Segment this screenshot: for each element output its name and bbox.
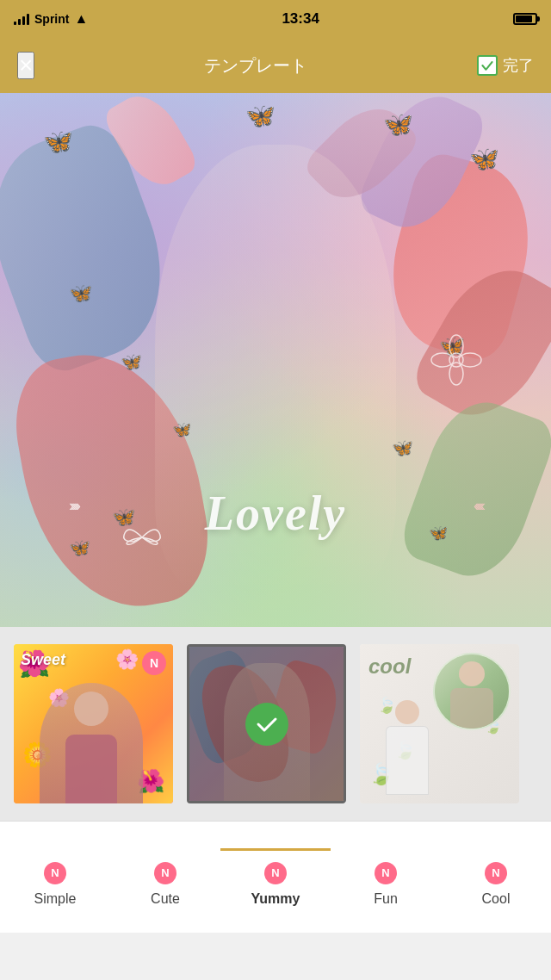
butterfly-9: 🦋 bbox=[392, 437, 413, 458]
done-checkbox bbox=[477, 55, 498, 76]
butterfly-4: 🦋 bbox=[245, 102, 276, 130]
template-thumb-cool[interactable]: 🍃 🍃 🍃 🍃 cool bbox=[360, 644, 519, 803]
butterfly-5: 🦋 bbox=[69, 282, 92, 305]
butterfly-6: 🦋 bbox=[121, 351, 142, 372]
tab-simple-label: Simple bbox=[34, 891, 77, 907]
tab-cool-badge: N bbox=[485, 862, 507, 884]
tab-bar: N Simple N Cute N Yummy N Fun N Cool bbox=[0, 821, 551, 933]
svg-point-0 bbox=[449, 335, 463, 357]
svg-point-1 bbox=[449, 363, 463, 385]
thumb-sweet-label: Sweet bbox=[21, 651, 65, 669]
thumb-sweet-bg: 🌺 🌸 🌼 🌺 🌸 Sweet N bbox=[14, 644, 173, 803]
svg-point-3 bbox=[459, 353, 481, 367]
butterfly-2: 🦋 bbox=[383, 110, 413, 139]
done-button[interactable]: 完了 bbox=[477, 55, 534, 76]
tab-cute[interactable]: N Cute bbox=[110, 848, 220, 907]
template-thumb-sweet[interactable]: 🌺 🌸 🌼 🌺 🌸 Sweet N bbox=[14, 644, 173, 803]
signal-icon bbox=[14, 13, 29, 25]
tab-fun-label: Fun bbox=[374, 891, 398, 907]
butterfly-3: 🦋 bbox=[469, 145, 499, 173]
thumb-lovely-bg bbox=[189, 647, 344, 801]
butterfly-8: 🦋 bbox=[172, 420, 191, 439]
nav-bar: × テンプレート 完了 bbox=[0, 38, 551, 93]
tab-yummy[interactable]: N Yummy bbox=[220, 848, 331, 907]
close-button[interactable]: × bbox=[17, 52, 34, 79]
thumb-cool-portrait bbox=[433, 653, 511, 730]
butterfly-11: 🦋 bbox=[429, 524, 448, 543]
thumb-selected-check bbox=[245, 703, 288, 746]
tab-cool-label: Cool bbox=[482, 891, 511, 907]
status-left: Sprint ▲ bbox=[14, 11, 88, 27]
thumb-cool-label-text: cool bbox=[368, 654, 411, 679]
tab-simple-badge: N bbox=[44, 862, 66, 884]
tab-fun-badge: N bbox=[375, 862, 397, 884]
thumb-sweet-badge: N bbox=[142, 651, 166, 675]
svg-point-2 bbox=[431, 353, 454, 367]
tab-yummy-badge: N bbox=[264, 862, 287, 884]
flower-outline-icon bbox=[430, 334, 482, 386]
butterfly-1: 🦋 bbox=[43, 127, 73, 156]
wifi-icon: ▲ bbox=[74, 11, 88, 27]
arrow-right-decoration: ‹‹‹‹‹ bbox=[474, 497, 482, 515]
butterfly-12: 🦋 bbox=[69, 537, 90, 558]
overlay-text: Lovely bbox=[205, 486, 346, 541]
thumb-people bbox=[40, 683, 143, 803]
tab-cute-badge: N bbox=[154, 862, 176, 884]
tab-fun[interactable]: N Fun bbox=[331, 848, 441, 907]
thumbnails-section: 🌺 🌸 🌼 🌺 🌸 Sweet N bbox=[0, 627, 551, 821]
done-label: 完了 bbox=[503, 55, 534, 76]
tab-cute-label: Cute bbox=[151, 891, 180, 907]
tab-cool[interactable]: N Cool bbox=[441, 848, 551, 907]
preview-area: 🦋 🦋 🦋 🦋 🦋 🦋 🦋 🦋 🦋 🦋 🦋 🦋 ››››› ‹‹‹‹‹ Love… bbox=[0, 93, 551, 627]
clock: 13:34 bbox=[282, 10, 319, 28]
svg-point-4 bbox=[449, 353, 463, 367]
status-bar: Sprint ▲ 13:34 bbox=[0, 0, 551, 38]
battery-icon bbox=[513, 13, 537, 25]
thumb-cool-bg: 🍃 🍃 🍃 🍃 cool bbox=[360, 644, 519, 803]
arrow-left-decoration: ››››› bbox=[69, 497, 77, 515]
butterfly-outline bbox=[121, 520, 164, 558]
template-thumb-lovely[interactable] bbox=[187, 644, 346, 803]
tab-simple[interactable]: N Simple bbox=[0, 848, 110, 907]
nav-title: テンプレート bbox=[204, 54, 307, 78]
carrier-label: Sprint bbox=[34, 12, 69, 26]
thumb-cool-person bbox=[377, 700, 437, 803]
tab-yummy-label: Yummy bbox=[251, 891, 300, 907]
